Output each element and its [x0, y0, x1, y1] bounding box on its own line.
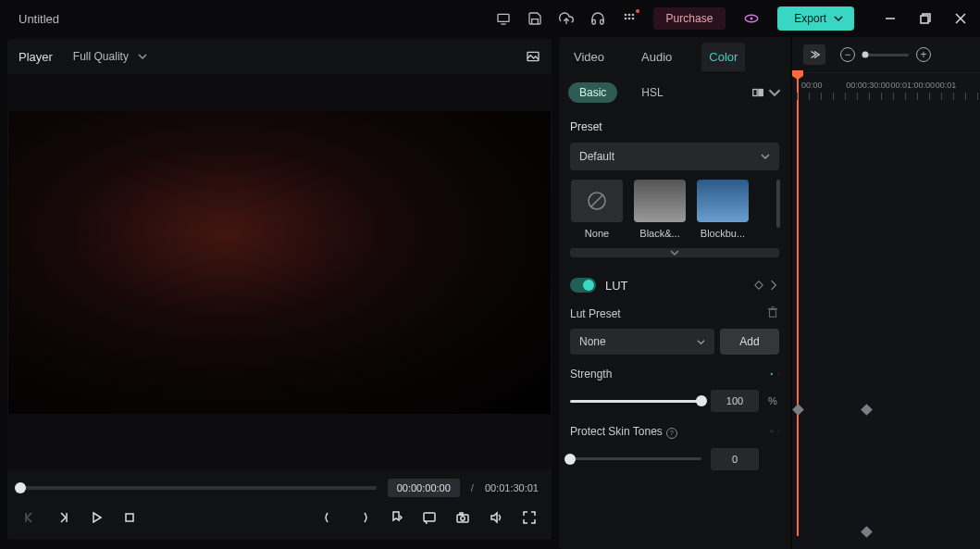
maximize-button[interactable]	[917, 10, 934, 27]
keyframe-marker[interactable]	[861, 404, 873, 416]
timeline-more-button[interactable]	[803, 44, 825, 65]
lut-preset-select[interactable]: None	[570, 329, 714, 355]
close-button[interactable]	[952, 10, 969, 27]
camera-icon[interactable]	[453, 508, 472, 527]
svg-point-7	[631, 18, 634, 20]
viewport-letterbox-bottom	[7, 414, 552, 469]
display-icon[interactable]	[496, 11, 511, 26]
fullscreen-icon[interactable]	[520, 508, 539, 527]
play-button[interactable]	[87, 508, 105, 527]
preset-expand-button[interactable]	[570, 248, 779, 257]
apps-grid-icon[interactable]	[622, 11, 637, 26]
prev-frame-button[interactable]	[20, 508, 39, 527]
zoom-slider[interactable]	[862, 54, 909, 56]
strength-slider[interactable]	[570, 400, 701, 403]
subtab-basic[interactable]: Basic	[568, 82, 617, 103]
tab-color[interactable]: Color	[701, 43, 745, 71]
preset-item-bw[interactable]: Black&...	[633, 180, 687, 239]
cast-icon[interactable]	[420, 508, 439, 527]
preset-section-title: Preset	[570, 120, 779, 133]
svg-rect-22	[753, 90, 757, 96]
zoom-in-button[interactable]: +	[916, 47, 931, 62]
timeline-panel: − + 00:00 00:00:30:00 00:01:00:00 00:01	[792, 37, 980, 549]
purchase-button[interactable]: Purchase	[653, 7, 726, 30]
transport-row	[20, 508, 539, 527]
preset-name-none: None	[570, 228, 624, 239]
help-icon[interactable]: ?	[666, 428, 677, 439]
time-separator: /	[471, 482, 474, 493]
preset-name-blockbuster: Blockbu...	[696, 228, 750, 239]
skin-keyframe-button[interactable]	[770, 428, 779, 435]
strength-keyframe-button[interactable]	[770, 370, 779, 378]
ruler-labels: 00:00 00:00:30:00 00:01:00:00 00:01	[792, 81, 980, 90]
tab-audio[interactable]: Audio	[634, 43, 679, 71]
svg-line-25	[591, 195, 602, 206]
lut-row: LUT	[570, 278, 779, 293]
timeline-zoom: − +	[840, 47, 931, 62]
skin-tones-label: Protect Skin Tones?	[570, 425, 677, 439]
stop-button[interactable]	[120, 508, 139, 527]
preset-item-blockbuster[interactable]: Blockbu...	[696, 180, 750, 239]
mark-out-button[interactable]	[354, 508, 372, 527]
color-subtabs: Basic HSL	[559, 76, 790, 109]
headphones-icon[interactable]	[590, 11, 605, 26]
title-bar: Untitled Purchase Export	[0, 0, 980, 37]
svg-point-3	[627, 14, 630, 17]
tab-video[interactable]: Video	[566, 43, 612, 71]
skin-slider[interactable]	[570, 457, 701, 460]
svg-rect-23	[759, 90, 763, 96]
preset-dropdown[interactable]: Default	[570, 143, 779, 170]
time-total: 00:01:30:01	[485, 482, 539, 493]
inspector-tabs: Video Audio Color	[559, 37, 790, 76]
minimize-button[interactable]	[882, 10, 899, 27]
snapshot-settings-icon[interactable]	[526, 49, 540, 64]
next-frame-button[interactable]	[54, 508, 72, 527]
lut-preset-row: Lut Preset	[570, 306, 779, 321]
ruler-ticks	[797, 93, 980, 100]
svg-rect-30	[771, 373, 774, 376]
time-current[interactable]: 00:00:00:00	[388, 479, 460, 497]
strength-row: Strength 100 %	[570, 368, 779, 412]
preset-thumbnails: None Black&... Blockbu...	[570, 180, 779, 239]
quality-dropdown[interactable]: Full Quality	[73, 50, 147, 63]
skin-value[interactable]: 0	[711, 448, 759, 470]
zoom-out-button[interactable]: −	[840, 47, 855, 62]
svg-rect-27	[770, 309, 776, 317]
svg-point-6	[627, 18, 630, 20]
player-header: Player Full Quality	[7, 39, 552, 74]
player-controls: 00:00:00:00 / 00:01:30:01	[7, 469, 552, 540]
color-panel-body: Preset Default None Black&... Blockbu...	[559, 109, 790, 549]
project-title: Untitled	[11, 12, 496, 26]
timeline-playhead[interactable]	[797, 73, 799, 536]
zoom-thumb[interactable]	[862, 52, 869, 58]
keyframe-marker[interactable]	[861, 526, 873, 538]
subtab-hsl[interactable]: HSL	[634, 82, 670, 103]
volume-icon[interactable]	[487, 508, 505, 527]
keyframe-marker[interactable]	[792, 404, 804, 416]
timeline-ruler[interactable]: 00:00 00:00:30:00 00:01:00:00 00:01	[792, 72, 980, 100]
theme-icon[interactable]	[742, 9, 761, 28]
lut-preset-controls: None Add	[570, 329, 779, 355]
lut-preset-delete[interactable]	[766, 306, 779, 321]
player-seek-thumb[interactable]	[15, 482, 26, 493]
save-icon[interactable]	[527, 11, 542, 26]
mark-in-button[interactable]	[320, 508, 339, 527]
lut-label: LUT	[605, 279, 628, 293]
lut-toggle[interactable]	[570, 278, 596, 293]
skin-thumb[interactable]	[564, 454, 576, 465]
lut-keyframe-button[interactable]	[753, 280, 779, 291]
strength-value[interactable]: 100	[711, 390, 759, 412]
marker-dropdown-button[interactable]	[387, 508, 405, 527]
cloud-upload-icon[interactable]	[559, 11, 574, 26]
compare-view-button[interactable]	[751, 86, 781, 99]
preset-scrollbar[interactable]	[776, 180, 780, 228]
strength-thumb[interactable]	[696, 395, 707, 406]
player-viewport[interactable]	[8, 111, 551, 414]
export-button[interactable]: Export	[777, 6, 854, 31]
preset-item-none[interactable]: None	[570, 180, 624, 239]
svg-point-20	[461, 517, 465, 520]
player-label: Player	[19, 50, 53, 64]
lut-add-button[interactable]: Add	[720, 329, 779, 355]
titlebar-actions: Purchase Export	[496, 6, 969, 31]
player-seek-track[interactable]	[20, 486, 377, 490]
